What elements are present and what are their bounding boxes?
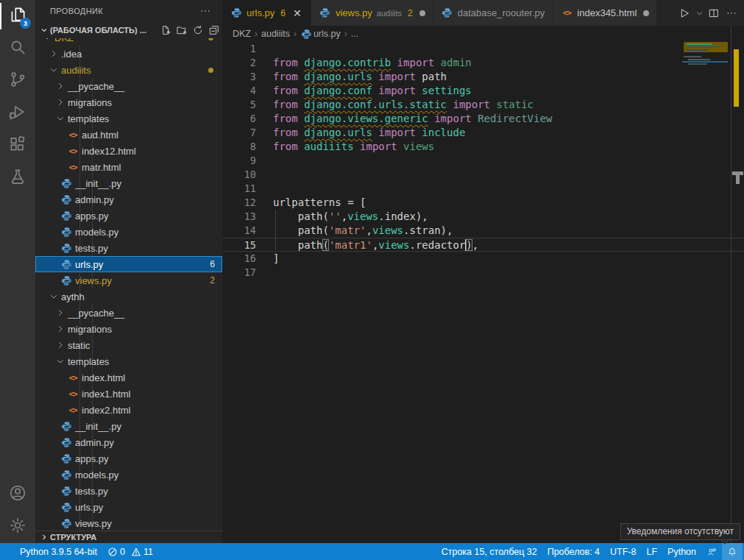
activity-explorer[interactable]: 3 [0,0,35,32]
activity-source-control[interactable] [0,65,35,97]
code-line-10[interactable]: 10 [222,168,744,182]
outline-section-header[interactable]: СТРУКТУРА [35,531,222,543]
tree-item-models-py[interactable]: models.py [35,224,222,240]
tree-item-migrations[interactable]: migrations [35,321,222,337]
code-line-14[interactable]: 14 path('matr',views.stran), [222,224,744,238]
tree-item-label: migrations [68,324,222,335]
run-dropdown-button[interactable] [694,5,704,21]
activity-testing[interactable] [0,162,35,194]
tree-item-index2-html[interactable]: <>index2.html [35,402,222,418]
collapse-all-button[interactable] [206,22,222,38]
tree-item--init-py[interactable]: __init__.py [35,175,222,191]
tree-item-migrations[interactable]: migrations [35,94,222,110]
status-language-mode[interactable]: Python [662,543,701,560]
html-icon: <> [560,7,573,20]
code-line-4[interactable]: 4from django.conf import settings [222,84,744,98]
tab-index345-html[interactable]: <>index345.html [553,0,657,26]
overview-ruler[interactable] [731,26,744,543]
tree-item-aythh[interactable]: aythh [35,288,222,305]
code-line-9[interactable]: 9 [222,154,744,168]
code-line-2[interactable]: 2from django.contrib import admin [222,56,744,70]
tree-item-static[interactable]: static [35,337,222,353]
tree-item-admin-py[interactable]: admin.py [35,434,222,450]
code-line-11[interactable]: 11 [222,182,744,196]
tree-item-apps-py[interactable]: apps.py [35,450,222,467]
python-icon [59,450,74,467]
code-line-17[interactable]: 17 [222,266,744,280]
tree-item-urls-py[interactable]: urls.py [35,499,222,515]
status-indentation[interactable]: Пробелов: 4 [542,543,605,560]
tree-item-apps-py[interactable]: apps.py [35,208,222,224]
status-python-interpreter[interactable]: Python 3.9.5 64-bit [15,543,102,560]
minimap[interactable] [682,42,731,543]
breadcrumb: DKZ›audiiits›urls.py›... [222,26,744,42]
status-eol[interactable]: LF [641,543,662,560]
run-python-file-button[interactable] [676,5,692,21]
breadcrumb-item--[interactable]: ... [351,29,358,39]
workspace-section-header[interactable]: (РАБОЧАЯ ОБЛАСТЬ) ... [35,22,222,38]
chevron-right-icon [54,337,66,353]
breadcrumb-item-dkz[interactable]: DKZ [233,29,251,39]
line-content: from django.conf import settings [256,84,472,98]
code-line-6[interactable]: 6from django.views.generic import Redire… [222,112,744,126]
code-line-1[interactable]: 1 [222,42,744,56]
code-line-16[interactable]: 16] [222,252,744,266]
html-icon: <> [65,127,80,143]
tree-item-views-py[interactable]: views.py2 [35,272,222,288]
activity-accounts[interactable] [0,478,35,511]
split-editor-button[interactable] [706,5,722,21]
close-icon[interactable]: ✕ [291,7,303,19]
tree-item-tests-py[interactable]: tests.py [35,483,222,499]
new-folder-button[interactable] [174,22,190,38]
tree-item-audiiits[interactable]: audiiits [35,62,222,78]
more-actions-button[interactable] [723,5,740,21]
status-problems[interactable]: 011 [102,543,158,560]
tree-item--pycache-[interactable]: __pycache__ [35,305,222,321]
tree-item-dkz[interactable]: DKZ [35,38,222,46]
html-icon: <> [65,402,80,418]
code-editor[interactable]: 12from django.contrib import admin3from … [222,42,744,543]
breadcrumb-item-audiiits[interactable]: audiiits [261,29,290,39]
tab-urls-py[interactable]: urls.py6✕ [222,0,311,26]
refresh-button[interactable] [190,22,206,38]
breadcrumb-item-urls-py[interactable]: urls.py [300,26,341,42]
code-line-7[interactable]: 7from django.urls import include [222,126,744,140]
code-line-5[interactable]: 5from django.conf.urls.static import sta… [222,98,744,112]
tree-item-templates[interactable]: templates [35,353,222,369]
tab-views-py[interactable]: views.pyaudiiits2 [311,0,433,26]
tree-item--init-py[interactable]: __init__.py [35,418,222,434]
tree-item-models-py[interactable]: models.py [35,467,222,483]
activity-manage[interactable] [0,511,35,543]
modified-dot [419,10,425,16]
code-line-12[interactable]: 12urlpatterns = [ [222,196,744,210]
new-file-button[interactable] [157,22,174,38]
activity-extensions[interactable] [0,130,35,162]
status-notifications[interactable] [722,543,743,560]
tree-item-index-html[interactable]: <>index.html [35,369,222,386]
activity-search[interactable] [0,32,35,65]
status-encoding[interactable]: UTF-8 [605,543,641,560]
tree-item-admin-py[interactable]: admin.py [35,191,222,208]
activity-run-and-debug[interactable] [0,97,35,130]
code-line-15[interactable]: 15 path('matr1',views.redactor), [222,238,744,252]
tree-item-index12-html[interactable]: <>index12.html [35,143,222,159]
views-and-more-button[interactable] [197,3,213,19]
tab-database-roouter-py[interactable]: database_roouter.py [433,0,553,26]
tree-item--idea[interactable]: .idea [35,46,222,62]
tree-item-matr-html[interactable]: <>matr.html [35,159,222,175]
tree-item-aud-html[interactable]: <>aud.html [35,127,222,143]
line-number: 7 [222,126,256,140]
line-content: path('matr',views.stran), [256,224,453,238]
status-cursor-position[interactable]: Строка 15, столбец 32 [436,543,542,560]
code-line-8[interactable]: 8from audiiits import views [222,140,744,154]
tree-item-index1-html[interactable]: <>index1.html [35,386,222,402]
tree-item--pycache-[interactable]: __pycache__ [35,78,222,94]
tree-item-urls-py[interactable]: urls.py6 [35,256,222,272]
tree-item-templates[interactable]: templates [35,110,222,127]
tree-item-tests-py[interactable]: tests.py [35,240,222,256]
status-feedback[interactable] [701,543,722,560]
code-line-3[interactable]: 3from django.urls import path [222,70,744,84]
tree-item-views-py[interactable]: views.py [35,515,222,531]
tab-problems-badge: 6 [280,8,286,18]
code-line-13[interactable]: 13 path('',views.index), [222,210,744,224]
